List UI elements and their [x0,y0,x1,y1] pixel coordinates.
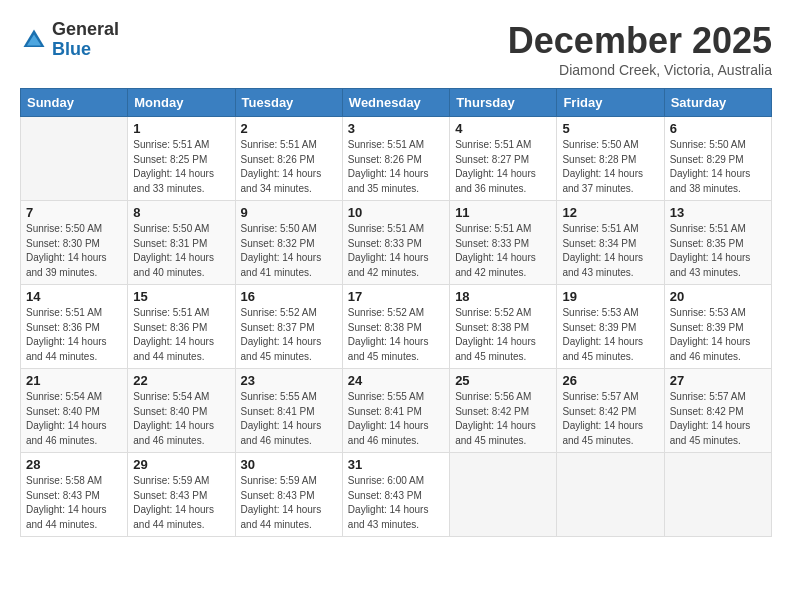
day-info: Sunrise: 5:51 AM Sunset: 8:26 PM Dayligh… [348,138,444,196]
calendar-cell: 28Sunrise: 5:58 AM Sunset: 8:43 PM Dayli… [21,453,128,537]
calendar-cell: 30Sunrise: 5:59 AM Sunset: 8:43 PM Dayli… [235,453,342,537]
day-info: Sunrise: 5:50 AM Sunset: 8:31 PM Dayligh… [133,222,229,280]
calendar-cell: 5Sunrise: 5:50 AM Sunset: 8:28 PM Daylig… [557,117,664,201]
calendar-cell: 18Sunrise: 5:52 AM Sunset: 8:38 PM Dayli… [450,285,557,369]
calendar-cell: 6Sunrise: 5:50 AM Sunset: 8:29 PM Daylig… [664,117,771,201]
page-header: General Blue December 2025 Diamond Creek… [20,20,772,78]
day-number: 7 [26,205,122,220]
day-number: 29 [133,457,229,472]
day-info: Sunrise: 5:52 AM Sunset: 8:38 PM Dayligh… [348,306,444,364]
calendar-cell: 2Sunrise: 5:51 AM Sunset: 8:26 PM Daylig… [235,117,342,201]
calendar-cell: 21Sunrise: 5:54 AM Sunset: 8:40 PM Dayli… [21,369,128,453]
day-number: 3 [348,121,444,136]
day-number: 6 [670,121,766,136]
day-number: 10 [348,205,444,220]
weekday-header-friday: Friday [557,89,664,117]
day-number: 4 [455,121,551,136]
day-info: Sunrise: 5:59 AM Sunset: 8:43 PM Dayligh… [133,474,229,532]
day-number: 17 [348,289,444,304]
day-number: 2 [241,121,337,136]
calendar-cell [664,453,771,537]
weekday-header-wednesday: Wednesday [342,89,449,117]
day-info: Sunrise: 5:54 AM Sunset: 8:40 PM Dayligh… [26,390,122,448]
day-info: Sunrise: 5:57 AM Sunset: 8:42 PM Dayligh… [670,390,766,448]
day-info: Sunrise: 5:50 AM Sunset: 8:30 PM Dayligh… [26,222,122,280]
calendar-cell: 26Sunrise: 5:57 AM Sunset: 8:42 PM Dayli… [557,369,664,453]
weekday-header-tuesday: Tuesday [235,89,342,117]
calendar-cell [450,453,557,537]
day-info: Sunrise: 5:58 AM Sunset: 8:43 PM Dayligh… [26,474,122,532]
day-number: 1 [133,121,229,136]
calendar-cell: 17Sunrise: 5:52 AM Sunset: 8:38 PM Dayli… [342,285,449,369]
calendar-cell: 25Sunrise: 5:56 AM Sunset: 8:42 PM Dayli… [450,369,557,453]
calendar-cell: 16Sunrise: 5:52 AM Sunset: 8:37 PM Dayli… [235,285,342,369]
day-number: 26 [562,373,658,388]
calendar-week-row: 7Sunrise: 5:50 AM Sunset: 8:30 PM Daylig… [21,201,772,285]
calendar-cell: 23Sunrise: 5:55 AM Sunset: 8:41 PM Dayli… [235,369,342,453]
day-info: Sunrise: 5:56 AM Sunset: 8:42 PM Dayligh… [455,390,551,448]
calendar-week-row: 28Sunrise: 5:58 AM Sunset: 8:43 PM Dayli… [21,453,772,537]
day-number: 31 [348,457,444,472]
calendar-week-row: 21Sunrise: 5:54 AM Sunset: 8:40 PM Dayli… [21,369,772,453]
calendar-cell: 31Sunrise: 6:00 AM Sunset: 8:43 PM Dayli… [342,453,449,537]
location: Diamond Creek, Victoria, Australia [508,62,772,78]
calendar-cell: 24Sunrise: 5:55 AM Sunset: 8:41 PM Dayli… [342,369,449,453]
day-info: Sunrise: 5:51 AM Sunset: 8:36 PM Dayligh… [26,306,122,364]
calendar-week-row: 14Sunrise: 5:51 AM Sunset: 8:36 PM Dayli… [21,285,772,369]
day-number: 19 [562,289,658,304]
day-info: Sunrise: 5:54 AM Sunset: 8:40 PM Dayligh… [133,390,229,448]
day-number: 8 [133,205,229,220]
day-info: Sunrise: 5:59 AM Sunset: 8:43 PM Dayligh… [241,474,337,532]
day-info: Sunrise: 5:53 AM Sunset: 8:39 PM Dayligh… [562,306,658,364]
day-number: 9 [241,205,337,220]
calendar-cell: 15Sunrise: 5:51 AM Sunset: 8:36 PM Dayli… [128,285,235,369]
day-info: Sunrise: 5:51 AM Sunset: 8:26 PM Dayligh… [241,138,337,196]
calendar-cell: 27Sunrise: 5:57 AM Sunset: 8:42 PM Dayli… [664,369,771,453]
calendar-cell: 8Sunrise: 5:50 AM Sunset: 8:31 PM Daylig… [128,201,235,285]
day-number: 5 [562,121,658,136]
day-number: 28 [26,457,122,472]
day-number: 22 [133,373,229,388]
day-info: Sunrise: 5:51 AM Sunset: 8:25 PM Dayligh… [133,138,229,196]
calendar-week-row: 1Sunrise: 5:51 AM Sunset: 8:25 PM Daylig… [21,117,772,201]
logo-general: General [52,20,119,40]
day-number: 13 [670,205,766,220]
day-info: Sunrise: 5:52 AM Sunset: 8:37 PM Dayligh… [241,306,337,364]
day-number: 21 [26,373,122,388]
day-number: 12 [562,205,658,220]
day-info: Sunrise: 5:51 AM Sunset: 8:34 PM Dayligh… [562,222,658,280]
weekday-header-saturday: Saturday [664,89,771,117]
day-number: 25 [455,373,551,388]
day-number: 11 [455,205,551,220]
day-number: 23 [241,373,337,388]
weekday-header-monday: Monday [128,89,235,117]
day-info: Sunrise: 5:51 AM Sunset: 8:27 PM Dayligh… [455,138,551,196]
day-info: Sunrise: 5:51 AM Sunset: 8:36 PM Dayligh… [133,306,229,364]
calendar-cell: 20Sunrise: 5:53 AM Sunset: 8:39 PM Dayli… [664,285,771,369]
calendar-cell: 4Sunrise: 5:51 AM Sunset: 8:27 PM Daylig… [450,117,557,201]
month-title: December 2025 [508,20,772,62]
calendar-cell [21,117,128,201]
day-info: Sunrise: 5:50 AM Sunset: 8:32 PM Dayligh… [241,222,337,280]
calendar-cell: 12Sunrise: 5:51 AM Sunset: 8:34 PM Dayli… [557,201,664,285]
calendar-cell: 3Sunrise: 5:51 AM Sunset: 8:26 PM Daylig… [342,117,449,201]
day-info: Sunrise: 5:57 AM Sunset: 8:42 PM Dayligh… [562,390,658,448]
calendar-cell: 7Sunrise: 5:50 AM Sunset: 8:30 PM Daylig… [21,201,128,285]
calendar-cell: 22Sunrise: 5:54 AM Sunset: 8:40 PM Dayli… [128,369,235,453]
day-info: Sunrise: 5:51 AM Sunset: 8:33 PM Dayligh… [348,222,444,280]
weekday-header-thursday: Thursday [450,89,557,117]
day-number: 24 [348,373,444,388]
day-info: Sunrise: 5:55 AM Sunset: 8:41 PM Dayligh… [348,390,444,448]
day-info: Sunrise: 5:53 AM Sunset: 8:39 PM Dayligh… [670,306,766,364]
calendar-cell: 29Sunrise: 5:59 AM Sunset: 8:43 PM Dayli… [128,453,235,537]
day-number: 16 [241,289,337,304]
day-number: 27 [670,373,766,388]
calendar-cell: 11Sunrise: 5:51 AM Sunset: 8:33 PM Dayli… [450,201,557,285]
day-info: Sunrise: 5:51 AM Sunset: 8:35 PM Dayligh… [670,222,766,280]
calendar-cell: 14Sunrise: 5:51 AM Sunset: 8:36 PM Dayli… [21,285,128,369]
calendar-cell: 19Sunrise: 5:53 AM Sunset: 8:39 PM Dayli… [557,285,664,369]
calendar-cell: 1Sunrise: 5:51 AM Sunset: 8:25 PM Daylig… [128,117,235,201]
day-info: Sunrise: 5:50 AM Sunset: 8:28 PM Dayligh… [562,138,658,196]
logo-icon [20,26,48,54]
day-number: 30 [241,457,337,472]
